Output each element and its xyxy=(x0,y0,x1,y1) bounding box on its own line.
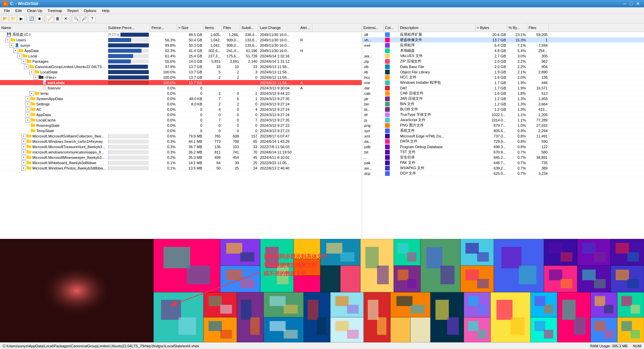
toolbar-help[interactable]: ? xyxy=(88,15,96,22)
tree-row[interactable]: VHDext4.vhdx100.0%13.7 GB2024/6/13 11:58… xyxy=(0,80,362,85)
ext-row[interactable]: .jsJavaScript 文件1014.0...1.1%77,289 xyxy=(362,117,644,123)
col-header-name[interactable]: Name xyxy=(0,23,107,32)
toolbar-stop[interactable]: ■ xyxy=(36,15,43,22)
toolbar-delete[interactable]: 🗑 xyxy=(54,15,61,22)
col-header-items[interactable]: Items xyxy=(204,23,222,32)
tree-row[interactable]: +Microsoft.MicrosoftSolitaireCollection_… xyxy=(0,133,362,139)
window-controls[interactable]: ─ □ ✕ xyxy=(622,1,641,6)
tree-row[interactable]: +<Files>100.0%13.7 GB2202024/6/13 11:58.… xyxy=(0,75,362,80)
tree-row[interactable]: +Microsoft.MicrosoftMinesweeper_8wekyb3.… xyxy=(0,155,362,160)
menu-item-report[interactable]: Report xyxy=(65,8,81,13)
tree-row[interactable]: +Microsoft.Whiteboard_8wekyb3d8bbwe0.1%1… xyxy=(0,160,362,165)
col-header-size[interactable]: > Size xyxy=(177,23,204,32)
tree-row[interactable]: +LocalCache0.0%07072024/3/13 9:27:35 xyxy=(0,117,362,123)
col-ext-files[interactable]: Files xyxy=(527,23,549,32)
tree-row[interactable]: +CanonicalGroupLimited.Ubuntu22.04LTS_79… xyxy=(0,64,362,69)
ext-row[interactable]: .exe应用程序6.4 GB7.1%7,594 xyxy=(362,43,644,48)
menu-item-help[interactable]: Help xyxy=(99,8,112,13)
col-ext-bytes[interactable]: > Bytes xyxy=(475,23,507,32)
ext-row[interactable]: .zipZIP 压缩文件2.0 GB2.2%962 xyxy=(362,59,644,64)
ext-row[interactable]: .hccHCC 文件1.8 GB2.0%136 xyxy=(362,75,644,80)
tree-row[interactable]: +LocalState100.0%13.7 GB5232024/6/13 11:… xyxy=(0,69,362,75)
expand-button[interactable]: + xyxy=(25,112,30,117)
ext-row[interactable]: .sys系统文件805.6...0.9%2,294 xyxy=(362,128,644,133)
expand-button[interactable]: + xyxy=(21,139,26,144)
tree-row[interactable]: +Packages55.6%14.0 GB5,8313,6912,1402024… xyxy=(0,59,362,64)
tree-row[interactable]: +👤sunyo99.8%50.3 GB1,042,908,0...133,6..… xyxy=(0,43,362,48)
menu-item-options[interactable]: Options xyxy=(81,8,99,13)
ext-row[interactable]: .dcpDCP 文件625.0...0.7%3,234 xyxy=(362,171,644,176)
col-ext-desc[interactable]: Description xyxy=(399,23,475,32)
ext-row[interactable]: .xmlMicrosoft Edge HTML Do...737.0...0.8… xyxy=(362,133,644,139)
ext-row[interactable]: .da...DATA 文件729.8...0.8%590 xyxy=(362,139,644,144)
col-header-pct[interactable]: Perce... xyxy=(150,23,177,32)
tree-row[interactable]: +temp0.0%02022024/3/13 9:44:10 xyxy=(0,91,362,96)
ext-row[interactable]: .pakPAK 文件648.7...0.7%735 xyxy=(362,160,644,165)
col-ext-pct[interactable]: % By... xyxy=(507,23,527,32)
ext-row[interactable]: .wx...WXAPKG 文件639.2...0.7%389 xyxy=(362,165,644,171)
expand-button[interactable]: + xyxy=(21,155,26,160)
expand-button[interactable]: + xyxy=(21,59,26,64)
tree-row[interactable]: +Microsoft.Windows.Search_cw5n1h4xyewy0.… xyxy=(0,139,362,144)
menu-item-file[interactable]: File xyxy=(1,8,13,13)
expand-button[interactable]: + xyxy=(13,48,18,53)
col-header-attrs[interactable]: Attri... xyxy=(299,23,312,32)
toolbar-cleanup[interactable]: 🧹 xyxy=(46,15,53,22)
toolbar-refresh[interactable]: 🔄 xyxy=(28,15,35,22)
toolbar-zoom2[interactable]: 🔎 xyxy=(80,15,88,22)
close-button[interactable]: ✕ xyxy=(635,1,641,6)
ext-row[interactable]: .pdbProgram Debug Database698.3...0.8%12… xyxy=(362,144,644,149)
menu-item-edit[interactable]: Edit xyxy=(13,8,24,13)
menu-item-treemap[interactable]: Treemap xyxy=(45,8,65,13)
ext-row[interactable]: .jarJAR 压缩文件1.2 GB1.3%1,459 xyxy=(362,96,644,101)
tree-row[interactable]: TempState0.0%00002024/3/13 9:27:23 xyxy=(0,128,362,133)
expand-button[interactable]: + xyxy=(25,102,30,106)
ext-row[interactable]: .msiWindows Installer 程序包1.7 GB1.9%446 xyxy=(362,80,644,85)
minimize-button[interactable]: ─ xyxy=(622,1,628,6)
expand-button[interactable]: + xyxy=(21,160,26,165)
treemap-area[interactable]: 选中后同步显示到具体文件 可以根据情况残留文件 或不用的数据文件 xyxy=(0,239,644,342)
ext-row[interactable]: .dll应用程序扩展20.6 GB23.1%59,205 xyxy=(362,32,644,37)
tree-row[interactable]: +microsoft.windowscommunicationsapps_8..… xyxy=(0,149,362,155)
expand-button[interactable]: + xyxy=(25,107,30,112)
ext-row[interactable]: .datDAT1.7 GB1.9%16,571 xyxy=(362,85,644,91)
expand-button[interactable]: + xyxy=(25,96,30,101)
tree-row[interactable]: +Local61.4%25.4 GB227,3...175,6...51,739… xyxy=(0,53,362,59)
ext-row[interactable]: .tstTST 文件670.9...0.7%580 xyxy=(362,149,644,155)
tree-row[interactable]: 💾系统盘 (C:)[9:23 s]89.5 GB1,605,1,266,338,… xyxy=(0,32,362,37)
toolbar-new[interactable]: 📂 xyxy=(1,15,9,22)
col-header-subdi[interactable]: Subdi... xyxy=(240,23,259,32)
expand-button[interactable]: + xyxy=(21,134,26,138)
ext-row[interactable]: .dbData Base File2.0 GB2.2%904 xyxy=(362,64,644,69)
tree-row[interactable]: +Microsoft.MicrosoftTreasureHunt_8wekyb3… xyxy=(0,144,362,149)
col-header-lastchange[interactable]: Last Change xyxy=(259,23,299,32)
ext-row[interactable]: .binBIN 文件1.2 GB1.3%3,664 xyxy=(362,101,644,107)
tree-row[interactable]: fsserver0.0%02024/3/13 9:30:04A xyxy=(0,85,362,91)
toolbar-delete2[interactable]: ✕ xyxy=(62,15,69,22)
tree-row[interactable]: +Settings0.0%8.0 KB2202024/3/13 9:27:24 xyxy=(0,101,362,107)
tree-row[interactable]: RoamingState0.0%00002024/3/13 9:27:23 xyxy=(0,123,362,128)
menu-item-clean-up[interactable]: Clean Up xyxy=(24,8,45,13)
ext-row[interactable]: .ttfTrueType 字体文件1022.1...1.1%1,205 xyxy=(362,112,644,117)
expand-button[interactable]: + xyxy=(9,43,14,48)
col-ext-extension[interactable]: Extensi... xyxy=(362,23,384,32)
toolbar-play[interactable]: ▶ xyxy=(17,15,25,22)
tree-row[interactable]: +AC0.0%04042024/3/13 9:27:24 xyxy=(0,107,362,112)
tree-row[interactable]: +SystemAppData0.0%48.0 KB7612024/3/13 9:… xyxy=(0,96,362,101)
ext-row[interactable]: .本地磁盘4.8 GB5.4%254... xyxy=(362,48,644,53)
ext-row[interactable]: .vh...硬盘映像文件13.7 GB15.3%1 xyxy=(362,37,644,43)
tree-row[interactable]: +Microsoft.Windows.Photos_8wekyb3d8bbw..… xyxy=(0,165,362,171)
toolbar-open[interactable]: 📁 xyxy=(9,15,17,22)
col-header-files[interactable]: Files xyxy=(222,23,240,32)
expand-button[interactable]: + xyxy=(21,166,26,170)
maximize-button[interactable]: □ xyxy=(629,1,634,6)
tree-row[interactable]: +AppData0.0%00002024/3/13 9:27:24 xyxy=(0,112,362,117)
ext-row[interactable]: .pngPNG 图片文件879.7...1.0%27,032 xyxy=(362,123,644,128)
expand-button[interactable]: + xyxy=(21,150,26,154)
ext-row[interactable]: .cabCAB 压缩文件1.6 GB1.8%513 xyxy=(362,91,644,96)
expand-button[interactable]: + xyxy=(25,118,30,122)
ext-row[interactable]: .libObject File Library1.9 GB2.1%2,890 xyxy=(362,69,644,75)
expand-button[interactable]: + xyxy=(5,38,10,42)
ext-row[interactable]: .bl...BLOB 文件1.2 GB1.3%415... xyxy=(362,107,644,112)
ext-row[interactable]: .wa...VALUES 文件2.7 GB3.0%305 xyxy=(362,53,644,59)
